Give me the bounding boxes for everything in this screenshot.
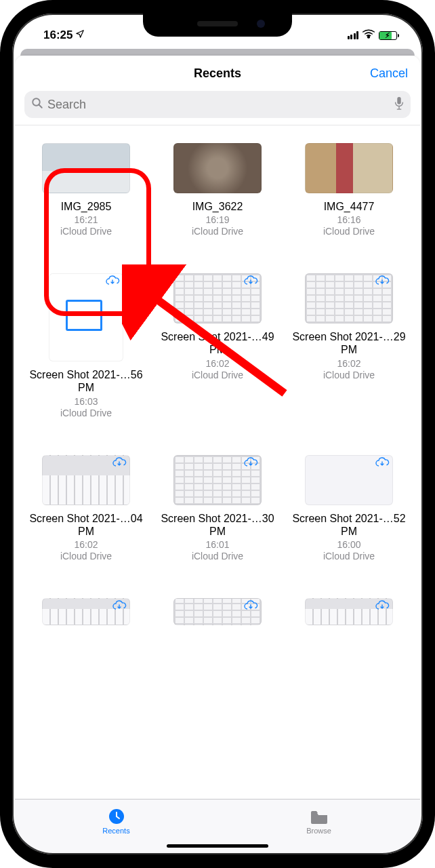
cancel-button[interactable]: Cancel	[370, 66, 408, 81]
file-thumbnail	[305, 273, 393, 323]
tab-browse-label: Browse	[306, 827, 331, 835]
svg-rect-3	[397, 97, 400, 104]
file-location: iCloud Drive	[192, 551, 243, 561]
file-thumbnail	[173, 273, 262, 323]
svg-point-0	[368, 36, 370, 38]
file-item[interactable]: Screen Shot 2021-…04 PM16:02iCloud Drive	[22, 455, 150, 561]
file-name: Screen Shot 2021-…30 PM	[160, 512, 275, 538]
tab-recents[interactable]: Recents	[15, 800, 218, 842]
cloud-download-icon	[375, 275, 390, 286]
file-item[interactable]: Screen Shot 2021-…56 PM16:03iCloud Drive	[22, 273, 150, 418]
file-thumbnail	[305, 143, 393, 193]
file-thumbnail	[305, 598, 393, 625]
file-location: iCloud Drive	[60, 408, 112, 418]
file-name: IMG_4477	[324, 200, 375, 213]
page-title: Recents	[194, 66, 241, 81]
file-location: iCloud Drive	[323, 226, 375, 237]
tab-browse[interactable]: Browse	[218, 800, 420, 842]
file-time: 16:02	[74, 539, 98, 550]
file-item[interactable]: IMG_447716:16iCloud Drive	[285, 143, 413, 237]
file-name: Screen Shot 2021-…29 PM	[291, 330, 407, 356]
file-item[interactable]: Screen Shot 2021-…29 PM16:02iCloud Drive	[285, 273, 413, 418]
file-time: 16:02	[205, 358, 229, 369]
file-item[interactable]: Screen Shot 2021-…49 PM16:02iCloud Drive	[153, 273, 282, 418]
wifi-icon	[362, 28, 375, 42]
file-thumbnail	[42, 598, 130, 625]
home-indicator[interactable]	[167, 844, 268, 848]
file-item[interactable]: IMG_362216:19iCloud Drive	[153, 143, 282, 237]
cloud-download-icon	[112, 457, 127, 468]
file-thumbnail	[173, 598, 262, 625]
file-name: Screen Shot 2021-…56 PM	[28, 368, 144, 394]
file-item[interactable]	[153, 598, 282, 625]
file-thumbnail	[173, 143, 262, 193]
microphone-icon[interactable]	[394, 96, 404, 113]
file-time: 16:02	[337, 358, 360, 369]
file-name: Screen Shot 2021-…49 PM	[160, 330, 275, 356]
file-thumbnail	[305, 455, 393, 505]
file-item[interactable]	[22, 598, 150, 625]
cloud-download-icon	[243, 457, 258, 468]
file-location: iCloud Drive	[192, 370, 243, 380]
file-time: 16:01	[205, 539, 229, 550]
status-time: 16:25	[43, 28, 72, 42]
magnifier-icon	[31, 97, 43, 112]
file-thumbnail	[173, 455, 262, 505]
file-thumbnail	[42, 143, 130, 193]
file-item[interactable]: IMG_298516:21iCloud Drive	[22, 143, 150, 237]
file-name: IMG_2985	[61, 200, 112, 213]
signal-icon	[348, 31, 359, 39]
file-location: iCloud Drive	[60, 226, 112, 237]
file-item[interactable]: Screen Shot 2021-…52 PM16:00iCloud Drive	[285, 455, 413, 561]
file-name: IMG_3622	[192, 200, 243, 213]
file-location: iCloud Drive	[323, 370, 375, 380]
file-item[interactable]: Screen Shot 2021-…30 PM16:01iCloud Drive	[153, 455, 282, 561]
file-location: iCloud Drive	[192, 226, 243, 237]
file-time: 16:19	[205, 214, 229, 225]
file-location: iCloud Drive	[323, 551, 375, 561]
file-item[interactable]	[285, 598, 413, 625]
file-thumbnail	[42, 455, 130, 505]
battery-charging-icon: ⚡︎	[379, 31, 397, 40]
search-input[interactable]	[47, 98, 390, 112]
cloud-download-icon	[105, 275, 120, 286]
cloud-download-icon	[112, 600, 127, 611]
file-location: iCloud Drive	[60, 551, 112, 561]
tab-recents-label: Recents	[102, 827, 129, 835]
file-thumbnail	[49, 273, 123, 361]
file-time: 16:03	[74, 396, 98, 407]
file-name: Screen Shot 2021-…52 PM	[291, 512, 407, 538]
location-arrow-icon	[75, 28, 85, 42]
file-name: Screen Shot 2021-…04 PM	[28, 512, 144, 538]
file-time: 16:21	[74, 214, 98, 225]
cloud-download-icon	[375, 600, 390, 611]
cloud-download-icon	[375, 457, 390, 468]
cloud-download-icon	[243, 600, 258, 611]
file-time: 16:00	[337, 539, 360, 550]
search-field[interactable]	[24, 91, 411, 118]
svg-line-2	[39, 104, 42, 108]
cloud-download-icon	[243, 275, 258, 286]
file-time: 16:16	[337, 214, 360, 225]
file-grid: IMG_298516:21iCloud DriveIMG_362216:19iC…	[15, 125, 420, 799]
nav-header: Recents Cancel	[15, 56, 420, 91]
